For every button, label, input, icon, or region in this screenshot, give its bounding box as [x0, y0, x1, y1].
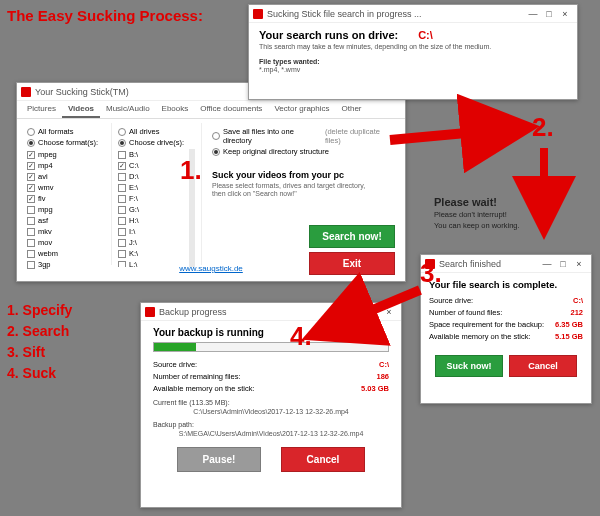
checkbox-drive[interactable]: [118, 206, 126, 214]
backup-progress-window: Backup progress—□× Your backup is runnin…: [140, 302, 402, 508]
tab-vector-graphics[interactable]: Vector graphics: [268, 101, 335, 118]
done-title: Search finished: [439, 259, 501, 269]
maximize-button[interactable]: □: [555, 257, 571, 271]
app-icon: [145, 307, 155, 317]
current-file-path: C:\Users\Admin\Videos\2017-12-13 12-32-2…: [153, 408, 389, 415]
search-heading: Your search runs on drive:: [259, 29, 398, 41]
checkbox-wmv[interactable]: [27, 184, 35, 192]
main-window: Your Sucking Stick(TM) — □ × PicturesVid…: [16, 82, 406, 282]
checkbox-webm[interactable]: [27, 250, 35, 258]
checkbox-mkv[interactable]: [27, 228, 35, 236]
page-title: The Easy Sucking Process:: [7, 7, 203, 24]
tab-videos[interactable]: Videos: [62, 101, 100, 118]
radio-choose-drives[interactable]: [118, 139, 126, 147]
callout-2: 2.: [532, 112, 554, 143]
callout-4: 4.: [290, 321, 312, 352]
step-4: 4. Suck: [7, 363, 72, 384]
cancel-button[interactable]: Cancel: [281, 447, 365, 472]
cancel-button[interactable]: Cancel: [509, 355, 577, 377]
app-icon: [21, 87, 31, 97]
website-link[interactable]: www.saugstick.de: [179, 264, 243, 273]
please-wait-text: Please wait! Please don't interrupt! You…: [434, 196, 520, 230]
step-2: 2. Search: [7, 321, 72, 342]
tab-bar: PicturesVideosMusic/AudioEbooksOffice do…: [17, 101, 405, 119]
checkbox-drive[interactable]: [118, 261, 126, 268]
radio-choose-formats[interactable]: [27, 139, 35, 147]
progress-bar: [153, 342, 389, 352]
tab-ebooks[interactable]: Ebooks: [156, 101, 195, 118]
checkbox-asf[interactable]: [27, 217, 35, 225]
done-heading: Your file search is complete.: [429, 279, 583, 290]
minimize-button[interactable]: —: [349, 305, 365, 319]
exit-button[interactable]: Exit: [309, 252, 395, 275]
close-button[interactable]: ×: [571, 257, 587, 271]
tab-other[interactable]: Other: [336, 101, 368, 118]
tab-pictures[interactable]: Pictures: [21, 101, 62, 118]
suck-heading: Suck your videos from your pc: [212, 170, 395, 180]
checkbox-avi[interactable]: [27, 173, 35, 181]
close-button[interactable]: ×: [557, 7, 573, 21]
bak-heading: Your backup is running: [153, 327, 389, 338]
checkbox-drive[interactable]: [118, 239, 126, 247]
tab-music-audio[interactable]: Music/Audio: [100, 101, 156, 118]
suck-now-button[interactable]: Suck now!: [435, 355, 503, 377]
search-now-button[interactable]: Search now!: [309, 225, 395, 248]
checkbox-drive[interactable]: [118, 184, 126, 192]
checkbox-mpeg[interactable]: [27, 151, 35, 159]
pause-button[interactable]: Pause!: [177, 447, 261, 472]
checkbox-drive[interactable]: [118, 195, 126, 203]
checkbox-mov[interactable]: [27, 239, 35, 247]
step-3: 3. Sift: [7, 342, 72, 363]
steps-list: 1. Specify 2. Search 3. Sift 4. Suck: [7, 300, 72, 384]
checkbox-drive[interactable]: [118, 250, 126, 258]
search-drive: C:\: [418, 29, 433, 41]
close-button[interactable]: ×: [381, 305, 397, 319]
drives-column: All drives Choose drive(s): B:\C:\D:\E:\…: [111, 123, 201, 265]
checkbox-3gp[interactable]: [27, 261, 35, 269]
checkbox-drive[interactable]: [118, 228, 126, 236]
app-icon: [253, 9, 263, 19]
checkbox-drive[interactable]: [118, 173, 126, 181]
file-types: *.mp4, *.wmv: [259, 66, 567, 73]
backup-file-path: S:\MEGA\C\Users\Admin\Videos\2017-12-13 …: [153, 430, 389, 437]
checkbox-flv[interactable]: [27, 195, 35, 203]
search-progress-window: Sucking Stick file search in progress ..…: [248, 4, 578, 100]
radio-all-formats[interactable]: [27, 128, 35, 136]
checkbox-drive[interactable]: [118, 217, 126, 225]
main-title: Your Sucking Stick(TM): [35, 87, 129, 97]
minimize-button[interactable]: —: [525, 7, 541, 21]
step-1: 1. Specify: [7, 300, 72, 321]
radio-all-drives[interactable]: [118, 128, 126, 136]
radio-keep-structure[interactable]: [212, 148, 220, 156]
checkbox-drive[interactable]: [118, 151, 126, 159]
minimize-button[interactable]: —: [539, 257, 555, 271]
progress-fill: [154, 343, 196, 351]
svg-line-0: [390, 128, 520, 140]
callout-3: 3.: [420, 258, 442, 289]
radio-save-one-dir[interactable]: [212, 132, 220, 140]
formats-column: All formats Choose format(s): mpegmp4avi…: [21, 123, 111, 265]
maximize-button[interactable]: □: [541, 7, 557, 21]
search-finished-window: Search finished—□× Your file search is c…: [420, 254, 592, 404]
callout-1: 1.: [180, 155, 202, 186]
search-title: Sucking Stick file search in progress ..…: [267, 9, 422, 19]
checkbox-mp4[interactable]: [27, 162, 35, 170]
maximize-button[interactable]: □: [365, 305, 381, 319]
tab-office-documents[interactable]: Office documents: [194, 101, 268, 118]
checkbox-drive[interactable]: [118, 162, 126, 170]
bak-title: Backup progress: [159, 307, 227, 317]
checkbox-mpg[interactable]: [27, 206, 35, 214]
